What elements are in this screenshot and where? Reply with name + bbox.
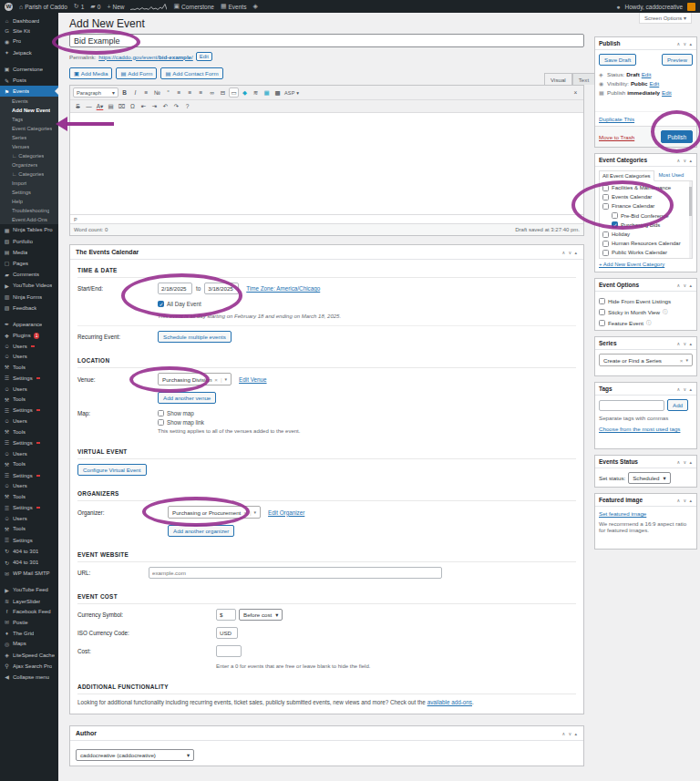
notifications-bell-icon[interactable]: ●: [616, 4, 620, 10]
sidebar-item[interactable]: ∟ Categories: [0, 170, 58, 179]
wordpress-logo-icon[interactable]: W: [5, 3, 13, 11]
sidebar-item[interactable]: ∟ Categories: [0, 151, 58, 160]
help-icon[interactable]: ?: [182, 101, 192, 111]
show-map-link-checkbox[interactable]: [158, 419, 164, 426]
event-status-select[interactable]: Scheduled▾: [628, 472, 670, 484]
add-contact-form-button[interactable]: ▤ Add Contact Form: [160, 67, 222, 79]
metabox-controls[interactable]: ∧ ∨ ▴: [676, 459, 693, 465]
special-char-icon[interactable]: Ω: [128, 101, 138, 111]
event-url-input[interactable]: [149, 567, 442, 579]
sidebar-item[interactable]: Troubleshooting: [0, 206, 58, 215]
sidebar-item[interactable]: ≋ LayerSlider: [0, 596, 58, 607]
sidebar-item[interactable]: Series: [0, 133, 58, 142]
schedule-multiple-events-button[interactable]: Schedule multiple events: [158, 331, 232, 343]
hr-icon[interactable]: —: [84, 101, 94, 111]
sidebar-item[interactable]: ☺ Users: [0, 384, 58, 394]
permalink-link[interactable]: https://caddo.gov/event/bid-example/: [98, 54, 193, 60]
category-checkbox-item[interactable]: Human Resources Calendar: [602, 239, 689, 248]
tab-most-used[interactable]: Most Used: [656, 170, 687, 180]
litespeed-menu[interactable]: ◈: [252, 3, 257, 10]
sidebar-item[interactable]: ☰ Settings: [0, 437, 58, 448]
drop-icon[interactable]: ◆: [240, 87, 250, 98]
sidebar-item[interactable]: ☺ Users: [0, 341, 58, 351]
event-option-checkbox[interactable]: Sticky in Month View ⓘ: [599, 306, 693, 317]
publish-button[interactable]: Publish: [661, 130, 693, 143]
events-menu[interactable]: ▦Events: [221, 3, 247, 10]
sidebar-item[interactable]: ☺ Users: [0, 481, 58, 491]
more-tag-icon[interactable]: ⊟: [218, 87, 228, 98]
edit-permalink-button[interactable]: Edit: [196, 52, 212, 61]
italic-icon[interactable]: I: [130, 87, 140, 98]
edit-status-link[interactable]: Edit: [642, 71, 652, 77]
text-color-icon[interactable]: A▾: [95, 101, 105, 111]
sidebar-item-events[interactable]: ⚑ Events: [0, 86, 58, 97]
end-date-input[interactable]: [204, 283, 239, 294]
metabox-controls[interactable]: ∧ ∨ ▴: [676, 41, 693, 46]
stats-sparkline[interactable]: [130, 2, 167, 11]
metabox-controls[interactable]: ∧ ∨ ▴: [676, 498, 693, 503]
bullet-list-icon[interactable]: ≡: [141, 87, 151, 98]
sidebar-item[interactable]: ↻ 404 to 301: [0, 557, 58, 568]
sidebar-item[interactable]: ⚒ Tools: [0, 523, 58, 534]
cost-input[interactable]: [216, 645, 242, 657]
sidebar-item-add-new-event[interactable]: Add New Event: [0, 106, 58, 115]
sidebar-item[interactable]: ✉ Postie: [0, 617, 58, 628]
outdent-icon[interactable]: ⇤: [139, 101, 149, 111]
sidebar-item[interactable]: ☰ Settings: [0, 373, 58, 384]
sidebar-item[interactable]: ▦ Ninja Tables Pro: [0, 224, 58, 235]
checkbox[interactable]: [599, 298, 605, 304]
redo-icon[interactable]: ↷: [171, 101, 181, 111]
clear-format-icon[interactable]: ⌧: [117, 101, 127, 111]
sidebar-item[interactable]: ☰ Settings: [0, 469, 58, 480]
sidebar-item[interactable]: ✉ WP Mail SMTP: [0, 568, 58, 579]
asp-dropdown[interactable]: ASP ▾: [283, 87, 300, 98]
move-to-trash-link[interactable]: Move to Trash: [599, 134, 634, 140]
edit-venue-link[interactable]: Edit Venue: [239, 376, 266, 383]
tab-all-categories[interactable]: All Event Categories: [599, 170, 654, 181]
tab-text[interactable]: Text: [572, 73, 595, 85]
sidebar-item[interactable]: ☰ Settings: [0, 502, 58, 513]
sidebar-item[interactable]: ▥ Ninja Forms: [0, 291, 58, 302]
sidebar-item[interactable]: ⚒ Tools: [0, 491, 58, 502]
new-content-menu[interactable]: +New: [107, 4, 124, 10]
sidebar-item[interactable]: ⌂ Dashboard: [0, 15, 58, 26]
currency-symbol-input[interactable]: [216, 609, 236, 621]
preview-button[interactable]: Preview: [662, 54, 693, 66]
indent-icon[interactable]: ⇥: [149, 101, 160, 111]
remove-venue-icon[interactable]: ×: [214, 376, 218, 383]
sidebar-item[interactable]: ☰ Settings: [0, 535, 58, 546]
start-date-input[interactable]: [158, 283, 192, 294]
sidebar-item[interactable]: ▧ Portfolio: [0, 236, 58, 247]
sidebar-item[interactable]: ⚒ Tools: [0, 426, 58, 437]
sidebar-item[interactable]: ▨ Feedback: [0, 303, 58, 313]
category-checkbox-item[interactable]: Regular Session: [602, 258, 689, 260]
add-another-organizer-button[interactable]: Add another organizer: [168, 525, 234, 537]
sidebar-item[interactable]: ⚒ Tools: [0, 458, 58, 469]
metabox-controls[interactable]: ∧ ∨ ▴: [676, 341, 693, 346]
blockquote-icon[interactable]: “: [163, 87, 173, 98]
metabox-controls[interactable]: ∧ ∨ ▴: [676, 283, 693, 288]
sidebar-item[interactable]: ▰ Comments: [0, 269, 58, 280]
sidebar-item[interactable]: ▤ Media: [0, 247, 58, 258]
category-checkbox[interactable]: [602, 231, 609, 238]
metabox-controls[interactable]: ∧ ∨ ▴: [676, 386, 693, 392]
category-checkbox-item[interactable]: Public Works Calendar: [602, 248, 689, 257]
sidebar-item[interactable]: ☺ Users: [0, 351, 58, 361]
category-checkbox[interactable]: [602, 185, 609, 191]
paste-text-icon[interactable]: ▤: [106, 101, 116, 111]
all-day-checkbox[interactable]: [158, 301, 164, 307]
align-center-icon[interactable]: ≡: [185, 87, 195, 98]
align-right-icon[interactable]: ≡: [196, 87, 206, 98]
category-checkbox[interactable]: [602, 194, 609, 200]
strikethrough-icon[interactable]: S: [73, 101, 83, 111]
editor-content-area[interactable]: [70, 113, 583, 214]
grid-icon[interactable]: ▩: [273, 87, 283, 98]
category-checkbox[interactable]: [612, 212, 618, 219]
sidebar-item[interactable]: ⚲ Ajax Search Pro: [0, 661, 58, 672]
save-draft-button[interactable]: Save Draft: [599, 54, 636, 66]
currency-position-select[interactable]: Before cost▾: [239, 609, 283, 621]
add-form-button[interactable]: ▤ Add Form: [116, 67, 157, 79]
sidebar-item[interactable]: ⚒ Tools: [0, 394, 58, 405]
edit-visibility-link[interactable]: Edit: [650, 80, 660, 87]
sidebar-collapse-menu[interactable]: ◀ Collapse menu: [0, 672, 58, 683]
